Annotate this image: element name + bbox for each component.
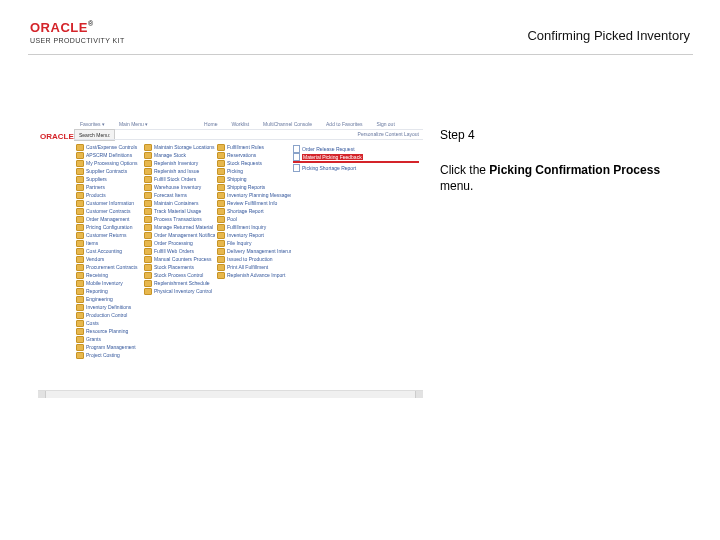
menu-item[interactable]: Inventory Planning Messages [217, 191, 287, 199]
menu-item[interactable]: Issued to Production [217, 255, 287, 263]
menu-item-label: Items [86, 240, 98, 246]
menu-item-label: Maintain Storage Locations [154, 144, 215, 150]
menu-item[interactable]: Partners [76, 183, 138, 191]
menu-item-label: Order Management Notification [154, 232, 215, 238]
menu-item[interactable]: Shipping [217, 175, 287, 183]
menu-item[interactable]: My Processing Options [76, 159, 138, 167]
menu-item[interactable]: Fulfillment Rules [217, 143, 287, 151]
menu-item[interactable]: Mobile Inventory [76, 279, 138, 287]
menu-item[interactable]: Vendors [76, 255, 138, 263]
menu-item[interactable]: Order Processing [144, 239, 211, 247]
menu-item[interactable]: Replenish and Issue [144, 167, 211, 175]
menu-item-label: Production Control [86, 312, 127, 318]
menu-item[interactable]: Picking [217, 167, 287, 175]
menu-item-label: Costs [86, 320, 99, 326]
menu-item[interactable]: Inventory Definitions [76, 303, 138, 311]
folder-icon [144, 240, 152, 247]
app-logo: ORACLE [40, 132, 74, 141]
menu-item[interactable]: Customer Returns [76, 231, 138, 239]
menu-item[interactable]: Customer Information [76, 199, 138, 207]
menu-item[interactable]: Procurement Contracts [76, 263, 138, 271]
app-header-tab[interactable]: MultiChannel Console [263, 121, 312, 127]
instruction-lead: Click the [440, 163, 489, 177]
menu-item[interactable]: Fulfill Web Orders [144, 247, 211, 255]
menu-item[interactable]: Fulfillment Inquiry [217, 223, 287, 231]
folder-icon [76, 320, 84, 327]
menu-item[interactable]: Order Release Request [293, 145, 419, 153]
menu-item[interactable]: APSCRM Definitions [76, 151, 138, 159]
folder-icon [76, 256, 84, 263]
folder-icon [217, 216, 225, 223]
menu-item[interactable]: Order Management [76, 215, 138, 223]
menu-item[interactable]: Forecast Items [144, 191, 211, 199]
folder-icon [144, 216, 152, 223]
menu-item[interactable]: Engineering [76, 295, 138, 303]
menu-item[interactable]: Shipping Reports [217, 183, 287, 191]
app-header-tab[interactable]: Main Menu ▾ [119, 121, 148, 127]
instruction-text: Click the Picking Confirmation Process m… [440, 162, 685, 194]
menu-item[interactable]: Manual Counters Process [144, 255, 211, 263]
folder-icon [76, 240, 84, 247]
menu-item[interactable]: Cost/Expense Controls [76, 143, 138, 151]
menu-item[interactable]: Program Management [76, 343, 138, 351]
menu-item[interactable]: Grants [76, 335, 138, 343]
folder-icon [144, 176, 152, 183]
menu-item-picking-confirmation[interactable]: Material Picking Feedback [293, 153, 419, 161]
folder-icon [76, 280, 84, 287]
menu-item-label: Maintain Containers [154, 200, 198, 206]
folder-icon [76, 232, 84, 239]
menu-item[interactable]: Process Transactions [144, 215, 211, 223]
folder-icon [76, 264, 84, 271]
menu-item[interactable]: Inventory Report [217, 231, 287, 239]
menu-item[interactable]: Customer Contracts [76, 207, 138, 215]
app-header-tab[interactable]: Add to Favorites [326, 121, 362, 127]
menu-item[interactable]: Replenish Advance Import [217, 271, 287, 279]
menu-item[interactable]: Items [76, 239, 138, 247]
menu-item[interactable]: Physical Inventory Control [144, 287, 211, 295]
menu-item[interactable]: Maintain Containers [144, 199, 211, 207]
menu-item[interactable]: Manage Returned Material [144, 223, 211, 231]
menu-item[interactable]: File Inquiry [217, 239, 287, 247]
menu-item[interactable]: Reservations [217, 151, 287, 159]
folder-icon [144, 272, 152, 279]
horizontal-scrollbar[interactable] [38, 390, 423, 398]
menu-item[interactable]: Stock Process Control [144, 271, 211, 279]
menu-item[interactable]: Warehouse Inventory [144, 183, 211, 191]
menu-item[interactable]: Stock Requests [217, 159, 287, 167]
menu-item[interactable]: Picking Shortage Report [293, 164, 419, 172]
app-header-tab[interactable]: Favorites ▾ [80, 121, 105, 127]
folder-icon [217, 176, 225, 183]
menu-item[interactable]: Cost Accounting [76, 247, 138, 255]
menu-column-0: Cost/Expense ControlsAPSCRM DefinitionsM… [74, 141, 142, 388]
menu-item[interactable]: Pool [217, 215, 287, 223]
menu-item[interactable]: Receiving [76, 271, 138, 279]
menu-item[interactable]: Replenish Inventory [144, 159, 211, 167]
menu-item[interactable]: Print All Fulfillment [217, 263, 287, 271]
menu-item[interactable]: Products [76, 191, 138, 199]
menu-item[interactable]: Order Management Notification [144, 231, 211, 239]
menu-item[interactable]: Delivery Management Interunit [217, 247, 287, 255]
menu-item[interactable]: Maintain Storage Locations [144, 143, 211, 151]
menu-item[interactable]: Review Fulfillment Info [217, 199, 287, 207]
page-icon [293, 164, 300, 172]
menu-item[interactable]: Costs [76, 319, 138, 327]
menu-item[interactable]: Manage Stock [144, 151, 211, 159]
oracle-logo-text: ORACLE [30, 20, 88, 35]
menu-item[interactable]: Reporting [76, 287, 138, 295]
menu-item[interactable]: Project Costing [76, 351, 138, 359]
menu-item[interactable]: Fulfill Stock Orders [144, 175, 211, 183]
menu-item[interactable]: Replenishment Schedule [144, 279, 211, 287]
menu-item[interactable]: Pricing Configuration [76, 223, 138, 231]
menu-item[interactable]: Stock Placements [144, 263, 211, 271]
app-header-tab[interactable]: Worklist [231, 121, 249, 127]
menu-item[interactable]: Resource Planning [76, 327, 138, 335]
menu-item[interactable]: Track Material Usage [144, 207, 211, 215]
menu-item-label: Fulfillment Inquiry [227, 224, 266, 230]
app-header-tab[interactable]: Home [204, 121, 217, 127]
app-header-tab[interactable]: Sign out [376, 121, 394, 127]
menu-item[interactable]: Suppliers [76, 175, 138, 183]
menu-item-label: Partners [86, 184, 105, 190]
menu-item[interactable]: Supplier Contracts [76, 167, 138, 175]
menu-item[interactable]: Shortage Report [217, 207, 287, 215]
menu-item[interactable]: Production Control [76, 311, 138, 319]
